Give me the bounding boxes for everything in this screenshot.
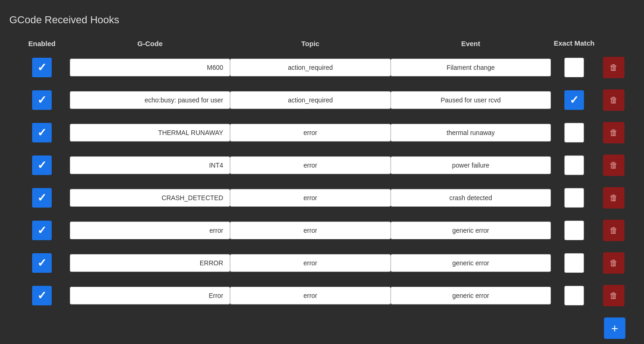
trash-icon: 🗑 [610,193,618,203]
delete-button[interactable]: 🗑 [603,155,624,176]
topic-cell [230,89,390,111]
delete-button[interactable]: 🗑 [603,220,624,241]
exact-match-cell [551,219,597,242]
trash-icon: 🗑 [610,95,618,105]
enabled-checkbox-checked[interactable]: ✓ [32,58,52,77]
exact-match-cell [551,284,597,307]
add-row-button[interactable]: + [604,317,625,339]
event-input[interactable] [391,91,551,109]
delete-button[interactable]: 🗑 [603,89,624,111]
delete-cell: 🗑 [597,250,630,276]
trash-icon: 🗑 [610,161,618,170]
topic-input[interactable] [230,254,390,272]
enabled-checkbox-checked[interactable]: ✓ [32,123,52,142]
delete-cell: 🗑 [597,283,630,308]
exact-match-checkbox-unchecked[interactable] [564,155,584,175]
enabled-cell: ✓ [14,284,70,307]
event-input[interactable] [391,124,551,142]
event-input[interactable] [391,156,551,174]
gcode-input[interactable] [70,287,230,304]
trash-icon: 🗑 [610,128,618,138]
exact-match-cell [551,56,597,79]
table-row: ✓✓🗑 [9,86,635,115]
event-cell [391,187,551,209]
event-cell [391,285,551,306]
gcode-input[interactable] [70,59,230,76]
topic-cell [230,122,390,143]
checkmark-icon: ✓ [37,290,47,301]
enabled-checkbox-checked[interactable]: ✓ [32,286,52,305]
topic-input[interactable] [230,287,390,304]
gcode-input[interactable] [70,91,230,109]
exact-match-checkbox-unchecked[interactable] [564,188,584,208]
exact-match-cell [551,121,597,144]
checkmark-icon: ✓ [37,62,47,73]
checkmark-icon: ✓ [37,192,47,203]
gcode-cell [70,187,230,209]
bottom-row: + [9,314,635,339]
checkmark-icon: ✓ [37,160,47,171]
enabled-cell: ✓ [14,88,70,112]
exact-match-cell [551,251,597,275]
topic-input[interactable] [230,222,390,239]
event-cell [391,220,551,241]
event-cell [391,57,551,78]
table-row: ✓🗑 [9,183,635,212]
checkmark-icon: ✓ [37,94,47,106]
event-cell [391,252,551,274]
event-input[interactable] [391,254,551,272]
enabled-cell: ✓ [14,186,70,209]
topic-input[interactable] [230,156,390,174]
table-row: ✓🗑 [9,249,635,277]
trash-icon: 🗑 [610,291,618,301]
gcode-input[interactable] [70,254,230,272]
topic-input[interactable] [230,59,390,76]
table-row: ✓🗑 [9,53,635,82]
delete-button[interactable]: 🗑 [603,122,624,143]
gcode-input[interactable] [70,156,230,174]
header-actions [597,39,630,47]
gcode-input[interactable] [70,189,230,207]
checkmark-icon: ✓ [37,127,47,138]
exact-match-checkbox-unchecked[interactable] [564,58,584,77]
enabled-cell: ✓ [14,154,70,177]
gcode-input[interactable] [70,124,230,142]
topic-input[interactable] [230,91,390,109]
exact-match-checkbox-unchecked[interactable] [564,221,584,240]
event-input[interactable] [391,222,551,239]
header-exact-match: Exact Match [551,39,597,47]
enabled-cell: ✓ [14,219,70,242]
enabled-checkbox-checked[interactable]: ✓ [32,253,52,273]
delete-button[interactable]: 🗑 [603,285,624,306]
topic-cell [230,187,390,209]
enabled-checkbox-checked[interactable]: ✓ [32,90,52,110]
exact-match-checkbox-unchecked[interactable] [564,123,584,142]
table-row: ✓🗑 [9,281,635,310]
delete-button[interactable]: 🗑 [603,252,624,274]
topic-cell [230,155,390,176]
enabled-checkbox-checked[interactable]: ✓ [32,188,52,208]
event-input[interactable] [391,287,551,304]
enabled-checkbox-checked[interactable]: ✓ [32,155,52,175]
event-input[interactable] [391,59,551,76]
enabled-checkbox-checked[interactable]: ✓ [32,221,52,240]
delete-button[interactable]: 🗑 [603,187,624,209]
event-cell [391,155,551,176]
topic-input[interactable] [230,124,390,142]
topic-cell [230,220,390,241]
table-row: ✓🗑 [9,216,635,245]
gcode-input[interactable] [70,222,230,239]
exact-match-checkbox-unchecked[interactable] [564,253,584,273]
exact-match-checkbox-checked[interactable]: ✓ [564,90,584,110]
topic-input[interactable] [230,189,390,207]
enabled-cell: ✓ [14,251,70,275]
delete-button[interactable]: 🗑 [603,57,624,78]
header-enabled: Enabled [14,39,70,47]
table-body: ✓🗑✓✓🗑✓🗑✓🗑✓🗑✓🗑✓🗑✓🗑 [9,53,635,310]
trash-icon: 🗑 [610,258,618,268]
event-input[interactable] [391,189,551,207]
exact-match-cell: ✓ [551,88,597,112]
gcode-cell [70,89,230,111]
checkmark-icon: ✓ [569,94,579,106]
exact-match-checkbox-unchecked[interactable] [564,286,584,305]
